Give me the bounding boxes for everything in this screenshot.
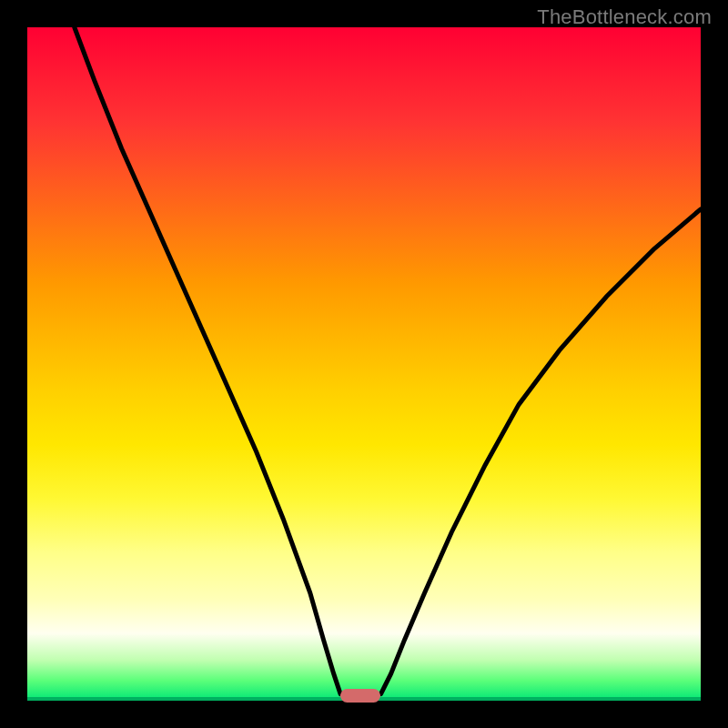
curve-layer <box>27 27 701 701</box>
right-arm-curve <box>381 209 702 694</box>
left-arm-curve <box>75 27 340 694</box>
frame: TheBottleneck.com <box>0 0 728 728</box>
vertex-marker <box>340 689 380 703</box>
watermark-text: TheBottleneck.com <box>537 5 712 29</box>
